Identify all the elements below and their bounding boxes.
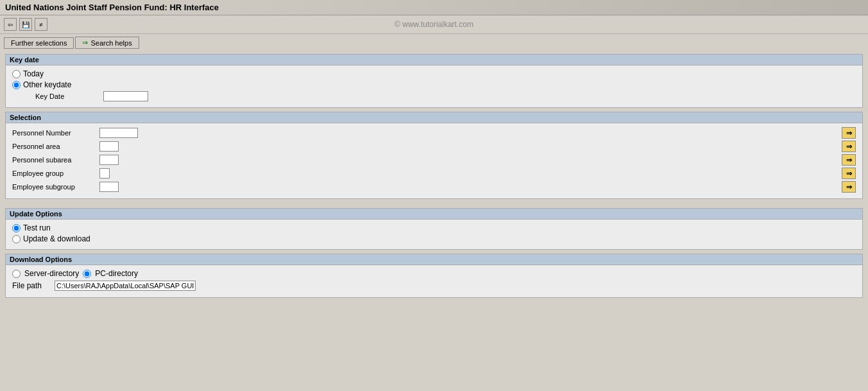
selection-section: Selection Personnel Number ⇒ Personnel a… <box>5 112 863 199</box>
employee-group-row: Employee group ⇒ <box>12 168 856 179</box>
find-icon[interactable]: ≠ <box>35 18 47 31</box>
pc-directory-label: PC-directory <box>95 269 138 278</box>
today-label: Today <box>23 69 44 78</box>
file-path-label: File path <box>12 281 51 290</box>
employee-subgroup-row: Employee subgroup ⇒ <box>12 181 856 193</box>
update-download-row: Update & download <box>12 234 856 243</box>
personnel-number-arrow-btn[interactable]: ⇒ <box>842 127 856 139</box>
download-options-section: Download Options Server-directory PC-dir… <box>5 254 863 298</box>
download-options-header: Download Options <box>6 254 862 265</box>
update-options-header: Update Options <box>6 209 862 220</box>
personnel-area-arrow-btn[interactable]: ⇒ <box>842 141 856 152</box>
employee-group-label: Employee group <box>12 169 96 177</box>
other-keydate-row: Other keydate <box>12 80 856 89</box>
key-date-body: Today Other keydate Key Date <box>6 65 862 107</box>
personnel-area-label: Personnel area <box>12 143 96 150</box>
selection-body: Personnel Number ⇒ Personnel area ⇒ Pers… <box>6 123 862 198</box>
personnel-number-row: Personnel Number ⇒ <box>12 127 856 139</box>
employee-subgroup-arrow-btn[interactable]: ⇒ <box>842 181 856 193</box>
file-path-row: File path <box>12 281 856 291</box>
employee-subgroup-label: Employee subgroup <box>12 183 96 191</box>
other-keydate-label: Other keydate <box>23 80 71 89</box>
watermark: © www.tutorialkart.com <box>395 20 473 29</box>
tab-bar: Further selections ⇒ Search helps <box>0 34 868 51</box>
employee-group-input[interactable] <box>99 168 110 178</box>
update-download-radio[interactable] <box>12 235 21 243</box>
personnel-subarea-input[interactable] <box>99 155 119 165</box>
server-directory-label: Server-directory <box>24 269 79 278</box>
personnel-subarea-row: Personnel subarea ⇒ <box>12 154 856 166</box>
employee-group-arrow-btn[interactable]: ⇒ <box>842 168 856 179</box>
pc-directory-radio[interactable] <box>83 270 91 278</box>
test-run-radio[interactable] <box>12 224 21 232</box>
toolbar: ⇦ 💾 ≠ © www.tutorialkart.com <box>0 15 868 34</box>
further-selections-label: Further selections <box>11 39 67 47</box>
personnel-subarea-label: Personnel subarea <box>12 156 96 164</box>
test-run-row: Test run <box>12 223 856 232</box>
further-selections-tab[interactable]: Further selections <box>4 37 74 49</box>
key-date-header: Key date <box>6 55 862 65</box>
key-date-label: Key Date <box>35 92 99 100</box>
personnel-subarea-arrow-btn[interactable]: ⇒ <box>842 154 856 166</box>
download-options-body: Server-directory PC-directory File path <box>6 265 862 297</box>
personnel-number-label: Personnel Number <box>12 129 96 137</box>
title-bar: United Nations Joint Staff Pension Fund:… <box>0 0 868 15</box>
test-run-label: Test run <box>23 223 51 232</box>
personnel-area-input[interactable] <box>99 141 119 152</box>
file-path-input[interactable] <box>55 281 196 291</box>
key-date-input[interactable] <box>103 91 148 101</box>
today-row: Today <box>12 69 856 78</box>
other-keydate-radio[interactable] <box>12 81 21 89</box>
update-download-label: Update & download <box>23 234 90 243</box>
today-radio[interactable] <box>12 70 21 78</box>
personnel-area-row: Personnel area ⇒ <box>12 141 856 152</box>
search-helps-arrow-icon: ⇒ <box>82 39 88 47</box>
server-directory-radio[interactable] <box>12 270 21 278</box>
back-icon[interactable]: ⇦ <box>4 18 17 31</box>
update-options-section: Update Options Test run Update & downloa… <box>5 208 863 250</box>
title-text: United Nations Joint Staff Pension Fund:… <box>5 3 219 12</box>
update-options-body: Test run Update & download <box>6 220 862 249</box>
employee-subgroup-input[interactable] <box>99 182 119 192</box>
search-helps-label: Search helps <box>90 39 132 47</box>
key-date-section: Key date Today Other keydate Key Date <box>5 54 863 108</box>
search-helps-tab[interactable]: ⇒ Search helps <box>75 37 139 49</box>
directory-options-row: Server-directory PC-directory <box>12 269 856 278</box>
personnel-number-input[interactable] <box>99 128 138 138</box>
key-date-input-row: Key Date <box>12 91 856 101</box>
selection-header: Selection <box>6 112 862 123</box>
main-content: Key date Today Other keydate Key Date Se… <box>0 51 868 304</box>
save-icon[interactable]: 💾 <box>19 18 32 31</box>
